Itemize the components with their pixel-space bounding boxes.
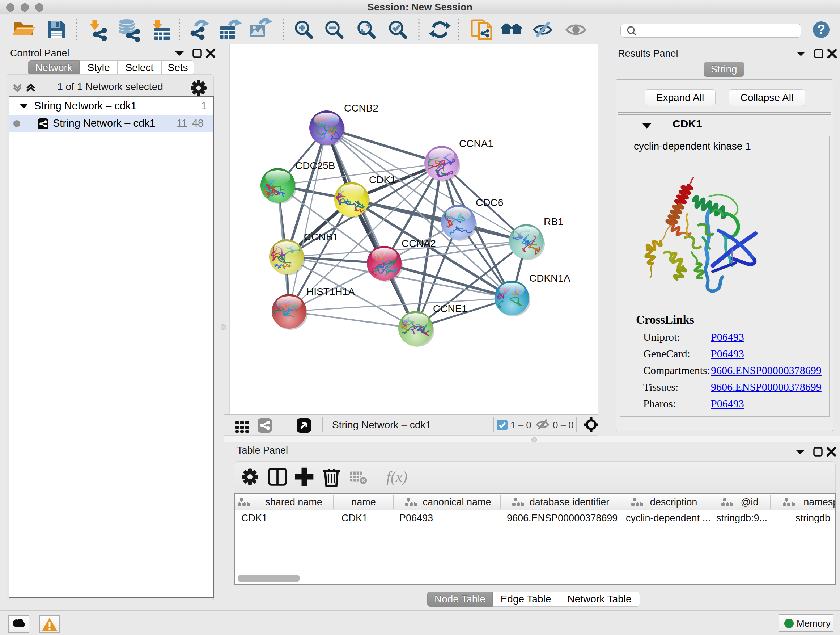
svg-text:CDKN1A: CDKN1A xyxy=(529,272,570,284)
svg-text:stringdb:9...: stringdb:9... xyxy=(716,513,767,524)
svg-text:CDK1: CDK1 xyxy=(341,513,368,524)
svg-text:database identifier: database identifier xyxy=(530,497,609,508)
svg-text:CCNB1: CCNB1 xyxy=(304,231,338,242)
svg-text:cyclin-dependent ...: cyclin-dependent ... xyxy=(626,513,711,524)
svg-text:shared name: shared name xyxy=(265,497,322,508)
svg-text:P06493: P06493 xyxy=(399,513,433,524)
svg-text:CDC6: CDC6 xyxy=(476,197,503,208)
svg-text:String Network – cdk1: String Network – cdk1 xyxy=(332,419,431,431)
svg-text:stringdb: stringdb xyxy=(796,513,830,524)
svg-text:CCNA2: CCNA2 xyxy=(401,238,436,249)
svg-text:CDC25B: CDC25B xyxy=(295,160,335,171)
svg-text:f(x): f(x) xyxy=(386,469,407,486)
svg-text:namespace: namespace xyxy=(804,497,835,508)
svg-text:HIST1H1A: HIST1H1A xyxy=(306,286,355,297)
svg-text:RB1: RB1 xyxy=(544,216,563,227)
svg-text:1 – 0: 1 – 0 xyxy=(510,420,531,431)
svg-text:CCNE1: CCNE1 xyxy=(433,303,467,314)
svg-text:0 – 0: 0 – 0 xyxy=(553,420,574,431)
svg-text:?: ? xyxy=(817,22,825,37)
svg-text:CDK1: CDK1 xyxy=(369,174,396,185)
svg-text:canonical name: canonical name xyxy=(423,497,491,508)
svg-text:description: description xyxy=(650,497,698,508)
svg-text:CCNB2: CCNB2 xyxy=(344,103,378,114)
svg-text:@id: @id xyxy=(741,497,758,508)
svg-text:CCNA1: CCNA1 xyxy=(459,138,493,149)
svg-text:name: name xyxy=(351,497,376,508)
svg-text:CDK1: CDK1 xyxy=(241,513,267,524)
svg-text:9606.ENSP00000378699: 9606.ENSP00000378699 xyxy=(507,513,617,524)
